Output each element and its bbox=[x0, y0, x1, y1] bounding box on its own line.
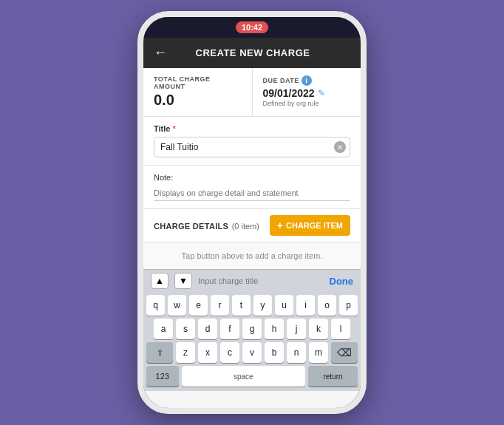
org-rule-text: Defined by org rule bbox=[263, 100, 351, 107]
done-button[interactable]: Done bbox=[330, 276, 354, 287]
charge-summary: TOTAL CHARGE AMOUNT 0.0 DUE DATE i 09/01… bbox=[143, 68, 361, 117]
note-section: Note: bbox=[143, 166, 361, 209]
key-g[interactable]: g bbox=[242, 319, 262, 339]
key-r[interactable]: r bbox=[211, 295, 229, 316]
due-date-row: 09/01/2022 ✎ bbox=[263, 87, 351, 99]
due-date-label: DUE DATE i bbox=[263, 75, 351, 86]
arrow-down-button[interactable]: ▼ bbox=[174, 273, 192, 289]
key-w[interactable]: w bbox=[168, 295, 186, 316]
key-j[interactable]: j bbox=[287, 319, 306, 339]
key-x[interactable]: x bbox=[198, 342, 217, 363]
total-value: 0.0 bbox=[154, 92, 242, 109]
title-section: Title * ✕ bbox=[143, 117, 361, 166]
total-amount-block: TOTAL CHARGE AMOUNT 0.0 bbox=[143, 68, 253, 116]
keyboard: q w e r t y u i o p a s d f g h j k l bbox=[143, 292, 361, 391]
status-bar: 10:42 bbox=[143, 17, 361, 38]
add-charge-label: CHARGE ITEM bbox=[286, 221, 343, 230]
space-key[interactable]: space bbox=[182, 366, 305, 387]
charge-details-label: CHARGE DETAILS bbox=[154, 222, 228, 231]
plus-icon: + bbox=[277, 220, 283, 231]
keyboard-row-4: 123 space return bbox=[146, 366, 358, 387]
charge-details-info: CHARGE DETAILS (0 item) bbox=[154, 219, 259, 232]
total-label: TOTAL CHARGE AMOUNT bbox=[154, 75, 242, 90]
key-m[interactable]: m bbox=[309, 342, 328, 363]
charge-details-bar: CHARGE DETAILS (0 item) + CHARGE ITEM bbox=[143, 209, 361, 242]
arrow-up-icon: ▲ bbox=[155, 276, 164, 286]
charge-title-input[interactable] bbox=[198, 276, 324, 285]
key-i[interactable]: i bbox=[296, 295, 315, 316]
note-input[interactable] bbox=[154, 186, 350, 201]
num-key[interactable]: 123 bbox=[146, 366, 179, 387]
key-d[interactable]: d bbox=[198, 319, 217, 339]
keyboard-toolbar: ▲ ▼ Done bbox=[143, 269, 361, 292]
keyboard-row-1: q w e r t y u i o p bbox=[146, 295, 358, 316]
title-input-wrapper: ✕ bbox=[154, 137, 350, 157]
shift-key[interactable]: ⇧ bbox=[146, 342, 173, 363]
key-n[interactable]: n bbox=[287, 342, 306, 363]
key-p[interactable]: p bbox=[339, 295, 358, 316]
clear-button[interactable]: ✕ bbox=[334, 141, 346, 153]
info-icon[interactable]: i bbox=[302, 75, 312, 86]
key-z[interactable]: z bbox=[176, 342, 195, 363]
edit-icon[interactable]: ✎ bbox=[318, 88, 325, 98]
key-s[interactable]: s bbox=[176, 319, 195, 339]
required-star: * bbox=[170, 124, 175, 133]
key-o[interactable]: o bbox=[318, 295, 336, 316]
arrow-up-button[interactable]: ▲ bbox=[151, 273, 168, 289]
key-c[interactable]: c bbox=[220, 342, 239, 363]
key-k[interactable]: k bbox=[309, 319, 328, 339]
note-label: Note: bbox=[154, 173, 350, 182]
keyboard-row-3: ⇧ z x c v b n m ⌫ bbox=[146, 342, 358, 363]
key-f[interactable]: f bbox=[220, 319, 239, 339]
time-display: 10:42 bbox=[236, 21, 268, 33]
add-charge-button[interactable]: + CHARGE ITEM bbox=[270, 215, 350, 236]
phone-frame: 10:42 ← CREATE NEW CHARGE TOTAL CHARGE A… bbox=[137, 11, 367, 414]
key-l[interactable]: l bbox=[331, 319, 350, 339]
key-u[interactable]: u bbox=[275, 295, 293, 316]
key-b[interactable]: b bbox=[265, 342, 284, 363]
item-count: (0 item) bbox=[232, 222, 259, 231]
keyboard-row-2: a s d f g h j k l bbox=[146, 319, 358, 339]
back-button[interactable]: ← bbox=[154, 45, 167, 61]
page-title: CREATE NEW CHARGE bbox=[173, 47, 333, 58]
key-y[interactable]: y bbox=[253, 295, 272, 316]
due-date-block: DUE DATE i 09/01/2022 ✎ Defined by org r… bbox=[253, 68, 361, 116]
delete-key[interactable]: ⌫ bbox=[331, 342, 358, 363]
key-q[interactable]: q bbox=[146, 295, 165, 316]
title-input[interactable] bbox=[154, 137, 350, 157]
title-label: Title * bbox=[154, 124, 350, 133]
key-v[interactable]: v bbox=[242, 342, 262, 363]
key-e[interactable]: e bbox=[189, 295, 208, 316]
app-content: ← CREATE NEW CHARGE TOTAL CHARGE AMOUNT … bbox=[143, 38, 361, 408]
header: ← CREATE NEW CHARGE bbox=[143, 38, 361, 68]
key-a[interactable]: a bbox=[154, 319, 173, 339]
key-t[interactable]: t bbox=[232, 295, 251, 316]
due-date-value: 09/01/2022 bbox=[263, 87, 315, 99]
return-key[interactable]: return bbox=[308, 366, 358, 387]
arrow-down-icon: ▼ bbox=[179, 276, 188, 286]
tap-hint: Tap button above to add a charge item. bbox=[143, 242, 361, 269]
key-h[interactable]: h bbox=[265, 319, 284, 339]
